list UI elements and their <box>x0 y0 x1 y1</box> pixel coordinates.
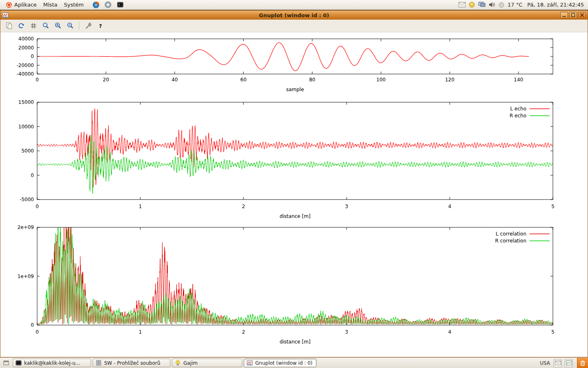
svg-text:L correlation: L correlation <box>496 231 526 237</box>
menu-applications[interactable]: Aplikace <box>2 1 40 9</box>
help-icon: ? <box>96 22 105 30</box>
svg-text:L echo: L echo <box>510 106 526 112</box>
help-launcher[interactable] <box>103 0 113 9</box>
weather-icon[interactable] <box>499 2 504 8</box>
file-manager-icon <box>96 360 102 366</box>
svg-text:4: 4 <box>448 204 452 209</box>
task-label: Gajim <box>183 360 198 366</box>
svg-text:120: 120 <box>445 77 454 83</box>
svg-text:5000: 5000 <box>21 148 34 154</box>
magnifier-minus-icon <box>66 22 74 30</box>
gajim-icon <box>175 360 181 366</box>
minimize-button[interactable] <box>560 12 568 18</box>
svg-text:0: 0 <box>36 204 39 209</box>
firefox-icon <box>92 1 100 9</box>
volume-icon[interactable] <box>489 2 495 8</box>
trash-applet[interactable] <box>577 358 588 368</box>
close-icon <box>579 13 585 18</box>
display-icon[interactable] <box>478 2 486 8</box>
svg-text:5: 5 <box>551 329 555 335</box>
task-terminal[interactable]: kaklik@kaklik-kolej-u... <box>13 359 91 367</box>
desktop: { "top_panel": { "menus": [ {"label": "A… <box>0 0 588 368</box>
maximize-button[interactable] <box>569 12 577 18</box>
gnuplot-icon <box>247 360 253 366</box>
svg-text:40: 40 <box>172 77 178 83</box>
svg-text:100: 100 <box>376 77 386 83</box>
task-gajim[interactable]: Gajim <box>172 359 242 367</box>
zoom-in-button[interactable] <box>52 21 63 31</box>
show-desktop-button[interactable] <box>1 359 11 367</box>
tray-plot-icon[interactable] <box>565 359 573 367</box>
svg-text:1e+09: 1e+09 <box>18 274 34 279</box>
zoom-out-button[interactable] <box>65 21 76 31</box>
svg-text:0: 0 <box>31 173 34 178</box>
svg-text:80: 80 <box>309 77 315 83</box>
keyring-icon[interactable] <box>469 2 475 8</box>
svg-text:R correlation: R correlation <box>495 238 526 244</box>
task-label: SW - Prohlížeč souborů <box>104 360 160 366</box>
svg-text:60: 60 <box>241 77 247 83</box>
terminal-icon <box>117 1 124 8</box>
svg-text:3: 3 <box>345 329 348 335</box>
system-tray: 17 °C Pá, 18. září, 21:42:45 <box>459 2 586 8</box>
chart-correlation[interactable]: 01234501e+092e+09distance [m]L correlati… <box>0 224 588 347</box>
minimize-icon <box>561 13 567 18</box>
copy-icon <box>5 22 13 30</box>
lifebuoy-icon <box>105 1 111 8</box>
show-desktop-icon <box>3 360 9 366</box>
clock[interactable]: Pá, 18. září, 21:42:45 <box>526 2 586 8</box>
task-label: Gnuplot (window id : 0) <box>255 360 312 366</box>
chart-echo[interactable]: 012345-5000050001000015000distance [m]L … <box>0 99 588 222</box>
svg-text:2: 2 <box>242 329 245 335</box>
refresh-icon <box>17 22 25 30</box>
svg-text:20000: 20000 <box>18 45 34 51</box>
maximize-icon <box>570 13 576 18</box>
copy-clipboard-button[interactable] <box>3 21 14 31</box>
top-panel: Aplikace Místa Systém <box>0 0 588 10</box>
chart-waveform[interactable]: 020406080100120140-40000-200000200004000… <box>0 36 588 97</box>
titlebar[interactable]: Gnuplot (window id : 0) <box>0 11 588 20</box>
grid-toggle-button[interactable] <box>28 21 39 31</box>
svg-text:20: 20 <box>103 77 109 83</box>
help-button[interactable]: ? <box>95 21 106 31</box>
tray-mail-icon[interactable] <box>554 359 562 367</box>
svg-text:-5000: -5000 <box>20 197 34 202</box>
svg-text:?: ? <box>99 23 102 29</box>
temperature-label: 17 °C <box>508 2 522 8</box>
magnifier-icon <box>42 22 50 30</box>
svg-text:4: 4 <box>448 329 452 335</box>
svg-text:2e+09: 2e+09 <box>18 224 34 230</box>
svg-text:1: 1 <box>139 204 142 209</box>
svg-text:1: 1 <box>139 329 142 335</box>
terminal-launcher[interactable] <box>116 0 125 9</box>
firefox-launcher[interactable] <box>91 0 101 9</box>
wrench-icon <box>84 22 92 30</box>
replot-button[interactable] <box>16 21 27 31</box>
toolbar-separator <box>79 22 79 30</box>
svg-text:15000: 15000 <box>18 99 34 105</box>
menu-places-label: Místa <box>43 2 58 8</box>
keyboard-layout-indicator[interactable]: USA <box>539 360 551 366</box>
svg-text:0: 0 <box>36 329 39 335</box>
svg-text:sample: sample <box>286 87 304 92</box>
mail-notification-icon[interactable] <box>459 2 466 7</box>
svg-text:-40000: -40000 <box>16 71 34 77</box>
task-file-manager[interactable]: SW - Prohlížeč souborů <box>93 359 170 367</box>
svg-text:distance [m]: distance [m] <box>280 213 311 219</box>
zoom-previous-button[interactable] <box>40 21 51 31</box>
magnifier-plus-icon <box>54 22 62 30</box>
close-button[interactable] <box>578 12 586 18</box>
terminal-icon <box>16 360 22 366</box>
settings-button[interactable] <box>82 21 94 31</box>
svg-text:R echo: R echo <box>510 113 526 119</box>
svg-text:-20000: -20000 <box>16 63 34 68</box>
svg-text:5: 5 <box>551 204 555 209</box>
window-title: Gnuplot (window id : 0) <box>0 12 588 18</box>
plot-canvas: 020406080100120140-40000-200000200004000… <box>0 32 588 357</box>
svg-text:0: 0 <box>31 54 34 59</box>
menu-system[interactable]: Systém <box>60 1 87 9</box>
menu-system-label: Systém <box>64 2 83 8</box>
menu-places[interactable]: Místa <box>40 1 61 9</box>
task-gnuplot[interactable]: Gnuplot (window id : 0) <box>244 359 316 367</box>
gnuplot-window: Gnuplot (window id : 0) <box>0 10 588 357</box>
